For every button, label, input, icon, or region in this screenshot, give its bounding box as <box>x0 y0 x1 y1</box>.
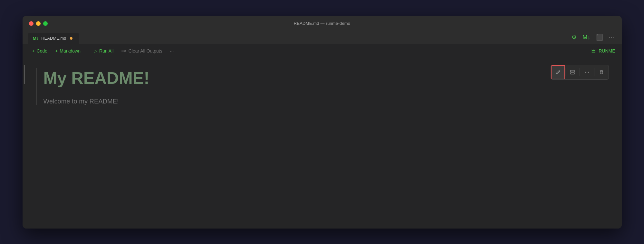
add-code-button[interactable]: + Code <box>29 46 51 55</box>
pencil-icon <box>555 70 561 75</box>
scrollbar[interactable] <box>23 58 26 229</box>
markdown-icon[interactable]: M↓ <box>582 34 590 41</box>
runme-badge: 🖥 RUNME <box>590 48 615 54</box>
run-all-button[interactable]: ▷ Run All <box>91 46 117 55</box>
svg-point-3 <box>586 72 587 72</box>
tab-bar: M↓ README.md ⚙ M↓ ⬛ ··· <box>23 31 622 44</box>
tab-bar-actions: ⚙ M↓ ⬛ ··· <box>572 34 615 41</box>
settings-icon[interactable]: ⚙ <box>572 34 577 41</box>
scrollbar-thumb[interactable] <box>24 65 25 84</box>
more-options-icon <box>584 70 590 75</box>
title-bar: README.md — runme-demo <box>23 16 622 31</box>
runme-badge-label: RUNME <box>599 48 615 54</box>
add-markdown-label: Markdown <box>60 48 81 54</box>
more-cell-options-button[interactable] <box>580 65 594 79</box>
close-button[interactable] <box>29 21 34 26</box>
run-all-label: Run All <box>99 48 113 54</box>
toolbar-separator <box>87 47 87 55</box>
clear-outputs-icon: ≡× <box>121 48 126 54</box>
trash-icon <box>599 70 604 75</box>
tab-label: README.md <box>41 36 66 41</box>
notebook-toolbar: + Code + Markdown ▷ Run All ≡× Clear All… <box>23 44 622 58</box>
toolbar-right: 🖥 RUNME <box>590 48 615 54</box>
svg-point-2 <box>585 72 585 72</box>
clear-outputs-label: Clear All Outputs <box>129 48 162 54</box>
toolbar-more-button[interactable]: ··· <box>167 46 177 55</box>
add-code-icon: + <box>32 48 35 54</box>
delete-cell-button[interactable] <box>594 65 609 79</box>
markdown-cell: My README! Welcome to my README! <box>36 68 609 105</box>
toolbar-more-icon: ··· <box>170 48 174 54</box>
svg-rect-0 <box>571 70 574 72</box>
tab-runme-icon: M↓ <box>33 36 39 41</box>
edit-cell-button[interactable] <box>551 65 565 79</box>
tab-bar-more-icon[interactable]: ··· <box>609 34 615 40</box>
content-area: My README! Welcome to my README! <box>23 58 622 229</box>
cell-action-toolbar <box>551 65 609 80</box>
unsaved-dot <box>70 37 72 40</box>
add-code-label: Code <box>37 48 47 54</box>
readme-heading: My README! <box>43 68 609 88</box>
traffic-lights <box>29 21 48 26</box>
app-window: README.md — runme-demo M↓ README.md ⚙ M↓… <box>23 16 622 229</box>
notebook-content: My README! Welcome to my README! <box>26 58 622 229</box>
split-editor-icon[interactable]: ⬛ <box>596 34 603 41</box>
split-icon <box>570 70 575 75</box>
add-markdown-button[interactable]: + Markdown <box>52 46 84 55</box>
minimize-button[interactable] <box>36 21 41 26</box>
readme-subheading: Welcome to my README! <box>43 98 609 105</box>
split-cell-button[interactable] <box>565 65 580 79</box>
svg-rect-1 <box>571 73 574 74</box>
runme-badge-icon: 🖥 <box>590 48 596 54</box>
run-all-icon: ▷ <box>94 48 97 54</box>
svg-point-4 <box>588 72 589 72</box>
svg-rect-5 <box>600 71 603 74</box>
maximize-button[interactable] <box>43 21 48 26</box>
readme-tab[interactable]: M↓ README.md <box>28 33 79 44</box>
window-title: README.md — runme-demo <box>294 21 351 26</box>
add-markdown-icon: + <box>55 48 58 54</box>
clear-outputs-button[interactable]: ≡× Clear All Outputs <box>118 46 165 55</box>
